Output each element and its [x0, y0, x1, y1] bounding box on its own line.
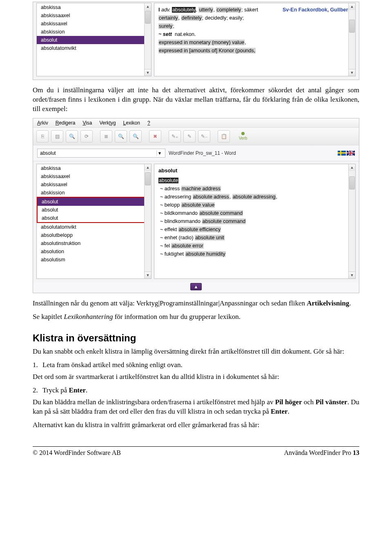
article-pane: ▲ ▼ Sv-En Fackordbok, Gullberg I adv. ab… [154, 3, 356, 76]
menu-verktyg[interactable]: Verktyg [100, 120, 116, 126]
list-item[interactable]: absolutbelopp [37, 231, 151, 239]
list-item[interactable]: abskissaxel [37, 180, 151, 189]
find-icon-2[interactable]: 🔍 [129, 130, 142, 143]
pencil-remove-icon[interactable]: ✎₋ [198, 130, 210, 143]
term[interactable]: machine address [181, 186, 221, 192]
body-paragraph: Om du i inställningarna väljer att inte … [33, 86, 359, 114]
scroll-up[interactable]: ▲ [348, 3, 355, 10]
term[interactable]: absolute command [199, 210, 243, 216]
list-item[interactable]: absolutinstruktion [37, 239, 151, 247]
app-screenshot-1: ▲ ▼ abskissa abskissaaxel abskissaxel ab… [33, 2, 359, 80]
list-item[interactable]: absolutatomvikt [37, 223, 151, 231]
list-item[interactable]: abskissaxel [37, 20, 151, 28]
body-paragraph: Du kan bläddra mellan de inklistringsbar… [33, 398, 359, 417]
dictionary-label: WordFinder Pro_sw_11 - Word [169, 150, 334, 156]
wordlist-pane: ▲ ▼ abskissa abskissaaxel abskissaxel ab… [36, 3, 151, 76]
term[interactable]: absolute efficiency [178, 227, 221, 232]
find-icon-1[interactable]: 🔍 [115, 130, 127, 143]
term[interactable]: absolute humidity [185, 251, 226, 257]
menu-redigera[interactable]: Redigera [56, 120, 76, 126]
menu-lexikon[interactable]: Lexikon [123, 120, 140, 126]
body-paragraph: Alternativt kan du klistra in valfritt g… [33, 421, 359, 430]
term[interactable]: utterly [198, 7, 213, 13]
term[interactable]: expressed in monetary (money) value [158, 40, 245, 45]
numbered-step: 1.Leta fram önskad artikel med sökning e… [33, 361, 359, 370]
scroll-down[interactable]: ▼ [348, 69, 355, 76]
pencil-edit-icon[interactable]: ✎ [183, 130, 196, 143]
term-selected[interactable]: absolute [158, 178, 178, 183]
body-paragraph: Se kapitlet Lexikonhantering för informa… [33, 312, 359, 322]
term[interactable]: absolute error [171, 243, 203, 249]
entry-headword: absolut [158, 167, 351, 175]
list-item[interactable]: absolutism [37, 256, 151, 264]
list-item[interactable]: absolut [37, 214, 151, 223]
list-item[interactable]: abskission [37, 189, 151, 197]
verb-button[interactable]: Verb [237, 132, 249, 140]
list-item[interactable]: absolution [37, 247, 151, 256]
list-item[interactable]: abskissa [37, 164, 151, 172]
body-paragraph: Det ord som är svartmarkerat i artikelfö… [33, 372, 359, 382]
footer-copyright: © 2014 WordFinder Software AB [33, 449, 121, 457]
search-input[interactable]: absolut ▾ [37, 149, 165, 158]
wordlist[interactable]: abskissa abskissaaxel abskissaxel abskis… [37, 164, 151, 264]
scrollbar-thumb[interactable] [145, 172, 151, 185]
scrollbar-thumb[interactable] [349, 176, 355, 189]
list-icon[interactable]: ≣ [100, 130, 112, 143]
scrollbar-thumb[interactable] [145, 11, 151, 24]
term[interactable]: absolute unit [195, 235, 225, 241]
list-item[interactable]: abskissaaxel [37, 172, 151, 180]
collapse-arrow-button[interactable]: ▲ [190, 283, 202, 290]
scroll-up[interactable]: ▲ [144, 3, 151, 10]
term[interactable]: absolute adress [193, 194, 229, 200]
term[interactable]: absolute command [202, 218, 246, 224]
app-screenshot-2: Arkiv Redigera Visa Verktyg Lexikon ? ⎘ … [33, 118, 359, 293]
toolbar: ⎘ ▤ 🔍 ⟳ ≣ 🔍 🔍 ✖ ✎₊ ✎ ✎₋ 📋 Verb [33, 128, 359, 145]
term[interactable]: surely [158, 23, 173, 29]
term[interactable]: absolute adressing [232, 194, 276, 200]
menubar[interactable]: Arkiv Redigera Visa Verktyg Lexikon ? [33, 118, 359, 128]
body-paragraph: Du kan snabbt och enkelt klistra in lämp… [33, 347, 359, 356]
scroll-up[interactable]: ▲ [348, 164, 355, 171]
copy-icon[interactable]: ⎘ [36, 130, 49, 143]
article-pane: ▲ ▼ absolut absolute ~ adress machine ad… [154, 164, 356, 279]
list-item-selected[interactable]: absolut [37, 36, 151, 44]
entry-line: expressed in monetary (money) value, [158, 38, 351, 47]
term[interactable]: completely [216, 7, 241, 13]
flag-uk-icon[interactable] [347, 151, 355, 156]
list-item[interactable]: abskissa [37, 3, 151, 11]
scrollbar-thumb[interactable] [349, 20, 355, 33]
term[interactable]: definitely [181, 15, 202, 21]
list-item[interactable]: abskission [37, 28, 151, 36]
numbered-step: 2.Tryck på Enter. [33, 386, 359, 395]
scroll-down[interactable]: ▼ [144, 69, 151, 76]
search-icon[interactable]: 🔍 [66, 130, 78, 143]
entry-line: expressed in [amounts of] Kronor (pounds… [158, 47, 351, 55]
term[interactable]: absolute value [181, 202, 215, 208]
footer-page: Använda WordFinder Pro 13 [284, 449, 359, 457]
term[interactable]: expressed in [amounts of] Kronor (pounds… [158, 48, 256, 53]
wordlist-pane: ▲ ▼ abskissa abskissaaxel abskissaxel ab… [36, 164, 151, 279]
list-item-selected[interactable]: absolut [37, 197, 151, 206]
scroll-up[interactable]: ▲ [144, 164, 151, 171]
entry-line: ~ sett nat.ekon. [158, 30, 351, 38]
menu-arkiv[interactable]: Arkiv [37, 120, 48, 126]
refresh-icon[interactable]: ⟳ [80, 130, 93, 143]
pencil-add-icon[interactable]: ✎₊ [169, 130, 181, 143]
term[interactable]: certainly [158, 15, 178, 21]
paste-icon[interactable]: 📋 [218, 130, 230, 143]
menu-help[interactable]: ? [147, 120, 150, 126]
list-item[interactable]: abskissaaxel [37, 11, 151, 20]
close-icon[interactable]: ✖ [149, 130, 161, 143]
chevron-down-icon[interactable]: ▾ [156, 150, 163, 156]
list-item[interactable]: absolut [37, 206, 151, 214]
scroll-down[interactable]: ▼ [144, 272, 151, 278]
entry-line: surely; [158, 22, 351, 30]
panel-icon[interactable]: ▤ [51, 130, 63, 143]
menu-visa[interactable]: Visa [82, 120, 92, 126]
scroll-down[interactable]: ▼ [348, 272, 355, 278]
term-selected[interactable]: absolutely [172, 7, 196, 13]
wordlist[interactable]: abskissa abskissaaxel abskissaxel abskis… [37, 3, 151, 52]
list-item[interactable]: absolutatomvikt [37, 44, 151, 52]
body-paragraph: Inställningen når du genom att välja: Ve… [33, 299, 359, 308]
flag-se-icon[interactable] [338, 151, 346, 156]
